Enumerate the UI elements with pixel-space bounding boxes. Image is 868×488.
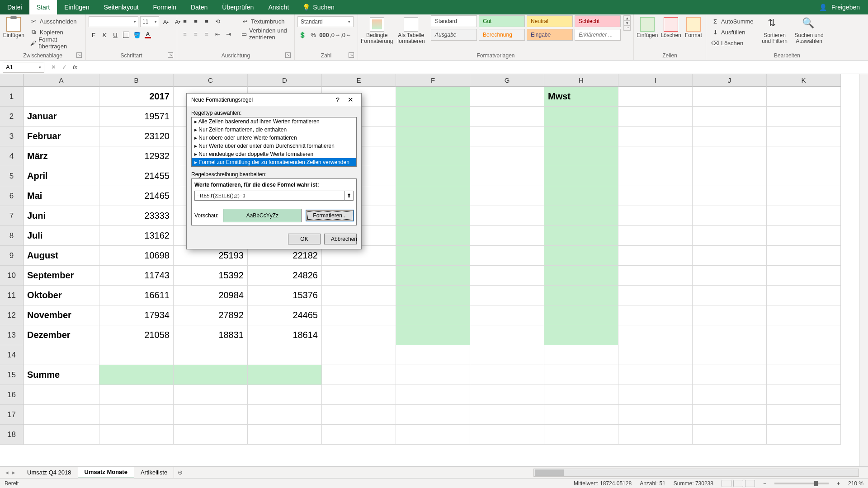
cell[interactable] xyxy=(544,405,618,425)
cell[interactable] xyxy=(767,107,841,127)
cell[interactable]: 24826 xyxy=(248,266,322,286)
row-header[interactable]: 17 xyxy=(0,405,24,425)
font-name-select[interactable]: ▾ xyxy=(89,16,138,27)
cell[interactable]: 19571 xyxy=(99,107,174,127)
align-top-button[interactable]: ≡ xyxy=(180,16,190,26)
cell[interactable] xyxy=(396,246,470,266)
cell[interactable] xyxy=(470,286,544,305)
col-header[interactable]: I xyxy=(618,74,693,87)
cell[interactable] xyxy=(470,206,544,226)
cell[interactable] xyxy=(248,385,322,405)
cell[interactable] xyxy=(322,325,396,345)
cell[interactable]: 21465 xyxy=(99,186,174,206)
insert-cells-button[interactable]: Einfügen xyxy=(637,15,658,38)
delete-cells-button[interactable]: Löschen xyxy=(660,15,681,38)
copy-button[interactable]: ⧉Kopieren xyxy=(28,27,83,37)
cell[interactable] xyxy=(396,186,470,206)
cell[interactable]: 16611 xyxy=(99,286,174,305)
cell[interactable]: November xyxy=(24,305,99,325)
cell[interactable]: 18831 xyxy=(174,325,248,345)
row-header[interactable]: 15 xyxy=(0,365,24,385)
cell[interactable] xyxy=(24,385,99,405)
grow-font-button[interactable]: A▴ xyxy=(161,17,171,27)
tab-pagelayout[interactable]: Seitenlayout xyxy=(97,0,146,14)
cell[interactable] xyxy=(99,425,174,445)
cell[interactable] xyxy=(767,425,841,445)
row-header[interactable]: 7 xyxy=(0,206,24,226)
cell[interactable] xyxy=(618,186,693,206)
cell[interactable]: September xyxy=(24,266,99,286)
font-size-select[interactable]: 11▾ xyxy=(140,16,159,27)
cell[interactable] xyxy=(396,266,470,286)
format-button[interactable]: Formatieren... xyxy=(306,210,354,221)
cell[interactable]: 2017 xyxy=(99,87,174,107)
row-header[interactable]: 3 xyxy=(0,127,24,146)
cell[interactable] xyxy=(322,345,396,365)
tell-me-search[interactable]: 💡 Suchen xyxy=(302,4,334,11)
cell[interactable] xyxy=(470,226,544,246)
row-header[interactable]: 14 xyxy=(0,345,24,365)
cell[interactable] xyxy=(618,226,693,246)
cell[interactable] xyxy=(693,325,767,345)
cell[interactable] xyxy=(618,246,693,266)
cell[interactable] xyxy=(618,385,693,405)
cell[interactable] xyxy=(396,146,470,166)
cell[interactable] xyxy=(618,146,693,166)
cell[interactable]: 15392 xyxy=(174,266,248,286)
cell[interactable] xyxy=(396,286,470,305)
cell[interactable]: 12932 xyxy=(99,146,174,166)
cell[interactable] xyxy=(618,405,693,425)
increase-indent-button[interactable]: ⇥ xyxy=(223,29,233,39)
underline-button[interactable]: U xyxy=(110,30,120,40)
row-header[interactable]: 12 xyxy=(0,305,24,325)
new-sheet-button[interactable]: ⊕ xyxy=(174,469,186,476)
cell[interactable]: 21058 xyxy=(99,325,174,345)
cell[interactable] xyxy=(99,365,174,385)
row-header[interactable]: 5 xyxy=(0,166,24,186)
cell[interactable] xyxy=(618,107,693,127)
col-header[interactable]: A xyxy=(24,74,99,87)
col-header[interactable]: J xyxy=(693,74,767,87)
cell[interactable] xyxy=(544,286,618,305)
cell[interactable] xyxy=(470,246,544,266)
cell[interactable] xyxy=(693,345,767,365)
cell[interactable] xyxy=(693,405,767,425)
cell[interactable] xyxy=(544,146,618,166)
dialog-launcher-icon[interactable]: ↘ xyxy=(285,52,291,58)
cell[interactable] xyxy=(544,127,618,146)
cell[interactable] xyxy=(767,246,841,266)
decrease-decimal-button[interactable]: ,0← xyxy=(341,30,351,40)
cell[interactable] xyxy=(767,305,841,325)
cell[interactable] xyxy=(767,405,841,425)
cell[interactable] xyxy=(693,246,767,266)
cancel-button[interactable]: Abbrechen xyxy=(324,234,357,244)
align-middle-button[interactable]: ≡ xyxy=(191,16,201,26)
sheet-tab[interactable]: Artikelliste xyxy=(134,467,174,479)
cell[interactable] xyxy=(396,325,470,345)
borders-button[interactable] xyxy=(121,30,131,40)
style-berechnung[interactable]: Berechnung xyxy=(479,29,525,41)
cell[interactable] xyxy=(767,127,841,146)
cell[interactable] xyxy=(693,286,767,305)
cell[interactable]: 17934 xyxy=(99,305,174,325)
zoom-slider[interactable] xyxy=(774,483,829,484)
cell[interactable] xyxy=(693,425,767,445)
tab-data[interactable]: Daten xyxy=(184,0,215,14)
cell[interactable] xyxy=(470,186,544,206)
tab-formulas[interactable]: Formeln xyxy=(146,0,184,14)
cell[interactable] xyxy=(322,365,396,385)
col-header[interactable]: B xyxy=(99,74,174,87)
cell[interactable] xyxy=(99,405,174,425)
cell[interactable]: August xyxy=(24,246,99,266)
style-neutral[interactable]: Neutral xyxy=(527,15,573,27)
view-pagelayout-button[interactable] xyxy=(733,480,743,487)
styles-gallery-more[interactable]: ▴▾⋯ xyxy=(623,15,631,31)
col-header[interactable]: C xyxy=(174,74,248,87)
cell[interactable] xyxy=(396,107,470,127)
zoom-level[interactable]: 210 % xyxy=(848,480,863,487)
fx-button[interactable]: fx xyxy=(70,62,80,73)
dialog-launcher-icon[interactable]: ↘ xyxy=(349,52,354,58)
col-header[interactable]: E xyxy=(322,74,396,87)
cell[interactable] xyxy=(322,425,396,445)
row-header[interactable]: 8 xyxy=(0,226,24,246)
